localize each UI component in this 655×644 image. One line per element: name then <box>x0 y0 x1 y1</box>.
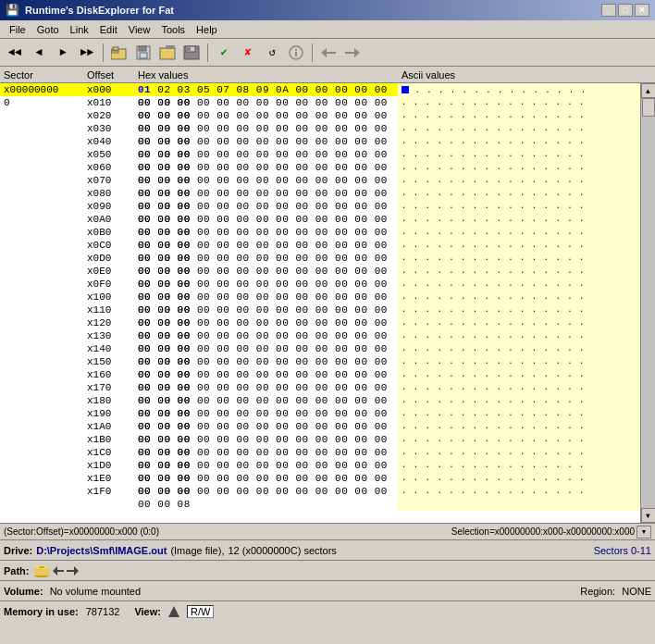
svg-rect-1 <box>111 51 118 53</box>
volume-bar: Volume: No volume mounted Region: NONE <box>0 580 655 601</box>
menu-item-edit[interactable]: Edit <box>94 23 123 36</box>
forward-forward-btn[interactable]: ►► <box>76 43 98 63</box>
diskette-btn[interactable] <box>180 43 203 63</box>
view-icon-r[interactable] <box>168 606 179 617</box>
region-info: Region: NONE <box>580 586 651 597</box>
vertical-scrollbar[interactable]: ▲ ▼ <box>640 83 655 523</box>
folder-btn[interactable] <box>156 43 179 63</box>
hex-row[interactable]: x19000 00 00 00 00 00 00 00 00 00 00 00 … <box>0 407 640 420</box>
hex-row[interactable]: x10000 00 00 00 00 00 00 00 00 00 00 00 … <box>0 291 640 303</box>
drive-sectors: 12 (x0000000C) sectors <box>228 545 336 556</box>
hex-row[interactable]: x08000 00 00 00 00 00 00 00 00 00 00 00 … <box>0 187 640 200</box>
hex-row[interactable]: x0F000 00 00 00 00 00 00 00 00 00 00 00 … <box>0 278 640 291</box>
forward-btn[interactable]: ► <box>52 43 74 63</box>
hex-row[interactable]: x06000 00 00 00 00 00 00 00 00 00 00 00 … <box>0 161 640 174</box>
menu-item-link[interactable]: Link <box>65 23 94 36</box>
hex-row[interactable]: x1A000 00 00 00 00 00 00 00 00 00 00 00 … <box>0 420 640 433</box>
hex-row[interactable]: x1E000 00 00 00 00 00 00 00 00 00 00 00 … <box>0 472 640 485</box>
info-btn[interactable] <box>285 43 307 63</box>
scroll-down-btn[interactable]: ▼ <box>641 508 656 523</box>
app-icon: 💾 <box>6 4 19 17</box>
sectors-range: Sectors 0-11 <box>594 545 651 556</box>
back-back-btn[interactable]: ◄◄ <box>4 43 26 63</box>
menu-item-file[interactable]: File <box>4 23 31 36</box>
minimize-button[interactable]: _ <box>601 4 616 17</box>
status-scroll-btn[interactable]: ▼ <box>636 526 651 539</box>
save-btn[interactable] <box>132 43 154 63</box>
back-btn[interactable]: ◄ <box>28 43 50 63</box>
hex-row[interactable]: x03000 00 00 00 00 00 00 00 00 00 00 00 … <box>0 122 640 135</box>
hex-row[interactable]: x0C000 00 00 00 00 00 00 00 00 00 00 00 … <box>0 239 640 252</box>
nav-fwd-btn[interactable] <box>341 43 364 63</box>
hex-row[interactable]: x16000 00 00 00 00 00 00 00 00 00 00 00 … <box>0 368 640 381</box>
menu-item-view[interactable]: View <box>123 23 156 36</box>
hex-row[interactable]: x1C000 00 00 00 00 00 00 00 00 00 00 00 … <box>0 446 640 459</box>
hex-row[interactable]: x02000 00 00 00 00 00 00 00 00 00 00 00 … <box>0 109 640 122</box>
cancel-btn[interactable]: ✘ <box>237 43 259 63</box>
open-btn[interactable] <box>108 43 130 63</box>
hex-row[interactable]: 0x01000 00 00 00 00 00 00 00 00 00 00 00… <box>0 96 640 109</box>
hex-cell[interactable]: 00 00 00 00 00 00 00 00 00 00 00 00 00 0… <box>134 485 398 511</box>
svg-rect-6 <box>160 48 175 59</box>
title-bar: 💾 Runtime's DiskExplorer for Fat _ □ ✕ <box>0 0 655 20</box>
menu-item-tools[interactable]: Tools <box>155 23 191 36</box>
hex-row[interactable]: x11000 00 00 00 00 00 00 00 00 00 00 00 … <box>0 303 640 316</box>
svg-point-21 <box>39 566 44 568</box>
path-icon-fwd[interactable] <box>67 564 80 577</box>
path-label: Path: <box>4 565 30 576</box>
memory-label: Memory in use: <box>4 606 79 617</box>
check-btn[interactable]: ✔ <box>213 43 235 63</box>
maximize-button[interactable]: □ <box>618 4 633 17</box>
menu-item-goto[interactable]: Goto <box>31 23 65 36</box>
hex-row[interactable]: x12000 00 00 00 00 00 00 00 00 00 00 00 … <box>0 316 640 329</box>
path-icon-back[interactable] <box>52 564 65 577</box>
scroll-thumb[interactable] <box>642 98 655 117</box>
close-button[interactable]: ✕ <box>635 4 649 17</box>
hex-row[interactable]: x17000 00 00 00 00 00 00 00 00 00 00 00 … <box>0 381 640 394</box>
selection-status: Selection=x00000000:x000-x00000000:x000 <box>451 526 635 537</box>
hex-row[interactable]: x1B000 00 00 00 00 00 00 00 00 00 00 00 … <box>0 433 640 446</box>
svg-rect-10 <box>187 47 191 51</box>
svg-point-12 <box>295 49 297 51</box>
hex-scroll-container[interactable]: x00000000x00001 02 03 05 07 08 09 0A 00 … <box>0 83 640 523</box>
svg-rect-2 <box>113 47 118 50</box>
hex-row[interactable]: x15000 00 00 00 00 00 00 00 00 00 00 00 … <box>0 355 640 368</box>
drive-type: (Image file), <box>170 545 224 556</box>
menu-bar: FileGotoLinkEditViewToolsHelp <box>0 20 655 39</box>
hex-row[interactable]: x1F000 00 00 00 00 00 00 00 00 00 00 00 … <box>0 485 640 498</box>
hex-content[interactable]: x00000000x00001 02 03 05 07 08 09 0A 00 … <box>0 83 640 523</box>
scroll-track[interactable] <box>641 98 656 508</box>
nav-back-btn[interactable] <box>317 43 340 63</box>
refresh-btn[interactable]: ↺ <box>261 43 283 63</box>
hex-row[interactable]: x1D000 00 00 00 00 00 00 00 00 00 00 00 … <box>0 459 640 472</box>
path-icon-disk[interactable] <box>33 564 50 578</box>
hex-row[interactable]: x04000 00 00 00 00 00 00 00 00 00 00 00 … <box>0 135 640 148</box>
hex-row[interactable]: x14000 00 00 00 00 00 00 00 00 00 00 00 … <box>0 342 640 355</box>
hex-row[interactable]: x0B000 00 00 00 00 00 00 00 00 00 00 00 … <box>0 226 640 239</box>
hex-row[interactable]: x0A000 00 00 00 00 00 00 00 00 00 00 00 … <box>0 213 640 226</box>
ascii-cell: . . . . . . . . . . . . . . . . <box>398 485 640 511</box>
sector-header: Sector <box>0 69 83 80</box>
separator-3 <box>312 43 313 62</box>
hex-row[interactable]: x00000000x00001 02 03 05 07 08 09 0A 00 … <box>0 83 640 96</box>
hex-row[interactable]: x07000 00 00 00 00 00 00 00 00 00 00 00 … <box>0 174 640 187</box>
hex-row[interactable]: x18000 00 00 00 00 00 00 00 00 00 00 00 … <box>0 394 640 407</box>
drive-info: Drive: D:\Projects\Smf\IMAGE.out (Image … <box>4 545 337 556</box>
offset-cell: x1F0 <box>83 485 134 511</box>
view-value[interactable]: R/W <box>187 605 214 618</box>
position-status: (Sector:Offset)=x00000000:x000 (0:0) <box>4 526 159 537</box>
hex-row[interactable]: x09000 00 00 00 00 00 00 00 00 00 00 00 … <box>0 200 640 213</box>
window-controls: _ □ ✕ <box>601 4 649 17</box>
svg-rect-5 <box>140 53 147 58</box>
scroll-up-btn[interactable]: ▲ <box>641 83 656 98</box>
hex-row[interactable]: x13000 00 00 00 00 00 00 00 00 00 00 00 … <box>0 329 640 342</box>
hex-header: Hex values <box>134 69 398 80</box>
hex-row[interactable]: x05000 00 00 00 00 00 00 00 00 00 00 00 … <box>0 148 640 161</box>
hex-row[interactable]: x0D000 00 00 00 00 00 00 00 00 00 00 00 … <box>0 252 640 265</box>
volume-label: Volume: <box>4 586 43 597</box>
region-label: Region: <box>580 586 615 597</box>
menu-item-help[interactable]: Help <box>191 23 223 36</box>
hex-row[interactable]: x0E000 00 00 00 00 00 00 00 00 00 00 00 … <box>0 265 640 278</box>
svg-rect-13 <box>295 52 297 56</box>
separator-2 <box>207 43 208 62</box>
